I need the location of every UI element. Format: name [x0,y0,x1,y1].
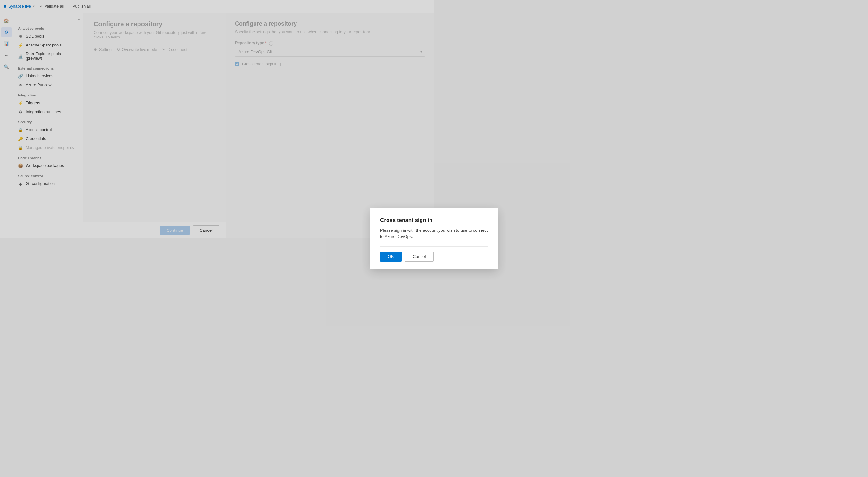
modal-dialog: Cross tenant sign in Please sign in with… [370,208,434,239]
modal-overlay: Cross tenant sign in Please sign in with… [0,0,434,239]
modal-body: Please sign in with the account you wish… [380,227,434,239]
modal-title: Cross tenant sign in [380,217,434,223]
